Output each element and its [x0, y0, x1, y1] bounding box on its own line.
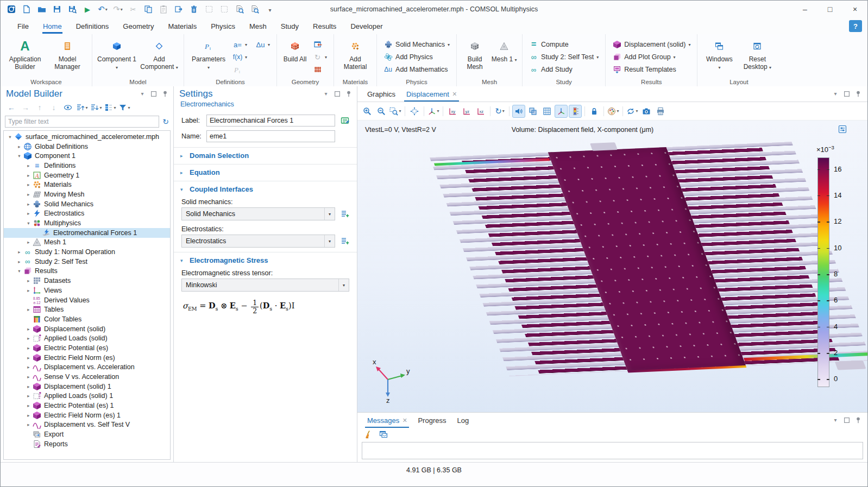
- tree-item[interactable]: ▸Materials: [4, 180, 170, 189]
- tree-collapsed-arrow-icon[interactable]: ▸: [24, 355, 33, 360]
- windows-button[interactable]: Windows▾: [702, 36, 737, 78]
- solid-mechanics-select[interactable]: Solid Mechanics ▾: [181, 207, 335, 220]
- rename-note-button[interactable]: [338, 114, 351, 127]
- tree-collapsed-arrow-icon[interactable]: ▸: [24, 307, 33, 312]
- node-grp-button[interactable]: ▾: [104, 101, 117, 114]
- tree-item[interactable]: Reports: [4, 439, 170, 449]
- functions-button[interactable]: f(x)▾: [231, 52, 272, 62]
- menu-geometry[interactable]: Geometry: [116, 18, 161, 34]
- compute-button[interactable]: =Compute: [527, 39, 601, 50]
- deselect-box-button[interactable]: [218, 3, 231, 16]
- tree-expanded-arrow-icon[interactable]: ▾: [24, 220, 33, 226]
- tree-item[interactable]: ▸Electric Potential (es) 1: [4, 401, 170, 410]
- run-button[interactable]: ▶: [81, 3, 94, 16]
- parameter-case-button[interactable]: Pi: [231, 64, 272, 75]
- panel-menu-button[interactable]: ▾: [139, 90, 146, 98]
- tree-collapsed-arrow-icon[interactable]: ▸: [24, 278, 33, 283]
- menu-mesh[interactable]: Mesh: [242, 18, 274, 34]
- add-physics-button[interactable]: Add Physics: [381, 52, 452, 62]
- tree-expanded-arrow-icon[interactable]: ▾: [6, 134, 14, 140]
- menu-study[interactable]: Study: [274, 18, 306, 34]
- panel-float-button[interactable]: [843, 90, 851, 98]
- panel-float-button[interactable]: [843, 416, 851, 424]
- panel-menu-button[interactable]: ▾: [322, 90, 330, 98]
- mesh-1-button[interactable]: Mesh 1 ▾: [490, 36, 518, 78]
- electrostatics-select[interactable]: Electrostatics ▾: [181, 235, 335, 248]
- zoom-extents-button[interactable]: [408, 105, 421, 118]
- rebuild-button[interactable]: ↻▾: [311, 52, 329, 62]
- refresh-icon[interactable]: ↻: [162, 117, 169, 127]
- physics-interface-button[interactable]: Solid Mechanics▾: [381, 39, 452, 50]
- save-button[interactable]: [51, 3, 64, 16]
- tree-collapsed-arrow-icon[interactable]: ▸: [24, 239, 33, 245]
- filter-funnel-button[interactable]: ▾: [118, 101, 131, 114]
- tree-item[interactable]: ▸∞Study 2: Self Test: [4, 257, 170, 267]
- minimize-button[interactable]: –: [792, 1, 817, 18]
- tree-collapsed-arrow-icon[interactable]: ▸: [24, 393, 33, 399]
- panel-menu-button[interactable]: ▾: [832, 416, 839, 424]
- expand-all-button[interactable]: ▾: [76, 101, 89, 114]
- filter-input[interactable]: [5, 116, 159, 128]
- add-mathematics-button[interactable]: ΔuAdd Mathematics: [381, 64, 452, 75]
- maximize-button[interactable]: □: [817, 1, 842, 18]
- build-mesh-button[interactable]: Build Mesh: [461, 36, 488, 78]
- tab-displacement[interactable]: Displacement ×: [401, 86, 462, 102]
- add-component-button[interactable]: Add Component ▾: [139, 36, 179, 78]
- table-win-button[interactable]: [377, 428, 390, 441]
- add-material-button[interactable]: Add Material: [338, 36, 372, 78]
- delete-button[interactable]: [187, 3, 200, 16]
- tree-item[interactable]: ▸Tables: [4, 305, 170, 314]
- tree-item[interactable]: ▸AGeometry 1: [4, 170, 170, 180]
- print-button[interactable]: [654, 105, 667, 118]
- tree-item[interactable]: ▸Sense V vs. Acceleration: [4, 372, 170, 382]
- scene-lock-button[interactable]: [588, 105, 601, 118]
- tree-item[interactable]: ▾surface_micromachined_accelerometer.mph: [4, 132, 170, 142]
- menu-home[interactable]: Home: [36, 18, 69, 34]
- menu-results[interactable]: Results: [306, 18, 343, 34]
- section-electromagnetic-stress[interactable]: ▾ Electromagnetic Stress: [174, 252, 357, 265]
- name-field[interactable]: [206, 130, 335, 142]
- tab-messages[interactable]: Messages ×: [362, 413, 412, 428]
- add-plot-group-button[interactable]: Add Plot Group▾: [610, 52, 693, 62]
- cut-button[interactable]: ✂: [127, 3, 140, 16]
- update-plot-button[interactable]: ▾: [626, 105, 639, 118]
- grid-button[interactable]: [540, 105, 553, 118]
- build-all-button[interactable]: Build All: [281, 36, 309, 78]
- move-down-button[interactable]: ↓: [47, 101, 60, 114]
- save-find-button[interactable]: [66, 3, 79, 16]
- partition-button[interactable]: [311, 64, 329, 75]
- tree-item[interactable]: ▸Electric Potential (es): [4, 343, 170, 353]
- tree-collapsed-arrow-icon[interactable]: ▸: [24, 422, 33, 427]
- accelerometer-3d-model[interactable]: [430, 142, 867, 376]
- rotate-button[interactable]: ↻▾: [493, 105, 506, 118]
- tree-collapsed-arrow-icon[interactable]: ▸: [24, 345, 33, 351]
- label-field[interactable]: [206, 115, 335, 127]
- redo-button[interactable]: ↷▾: [111, 3, 124, 16]
- palette-button[interactable]: ▾: [607, 105, 620, 118]
- tree-collapsed-arrow-icon[interactable]: ▸: [24, 182, 33, 187]
- tree-item[interactable]: Export: [4, 429, 170, 439]
- tree-item[interactable]: ▸Displacement (solid): [4, 324, 170, 334]
- stress-tensor-select[interactable]: Minkowski ▾: [181, 279, 349, 292]
- tab-close-icon[interactable]: ×: [402, 416, 407, 425]
- close-button[interactable]: ×: [842, 1, 867, 18]
- tree-item[interactable]: 8.85e-12Derived Values: [4, 295, 170, 305]
- zoom-in-button[interactable]: [361, 105, 374, 118]
- tree-item[interactable]: ▸Electrostatics: [4, 209, 170, 219]
- section-coupled-interfaces[interactable]: ▾ Coupled Interfaces: [174, 181, 357, 194]
- goto-view-button[interactable]: ▾: [427, 105, 440, 118]
- tree-item[interactable]: ▸Displacement vs. Acceleration: [4, 363, 170, 372]
- panel-float-button[interactable]: [150, 90, 158, 98]
- parameters-button[interactable]: Pi Parameters▾: [188, 36, 229, 78]
- add-electrostatics-button[interactable]: [338, 235, 351, 248]
- reset-desktop-button[interactable]: Reset Desktop ▾: [739, 36, 776, 78]
- tab-progress[interactable]: Progress: [412, 413, 451, 428]
- panel-pin-button[interactable]: [161, 90, 169, 98]
- component-1-button[interactable]: Component 1 ▾: [97, 36, 137, 78]
- section-equation[interactable]: ▸ Equation: [174, 164, 357, 178]
- tree-item[interactable]: ▸Electric Field Norm (es) 1: [4, 410, 170, 420]
- tree-collapsed-arrow-icon[interactable]: ▸: [24, 326, 33, 332]
- show-eye-button[interactable]: [61, 101, 74, 114]
- nav-fwd-button[interactable]: →: [19, 101, 32, 114]
- tab-close-icon[interactable]: ×: [452, 90, 457, 98]
